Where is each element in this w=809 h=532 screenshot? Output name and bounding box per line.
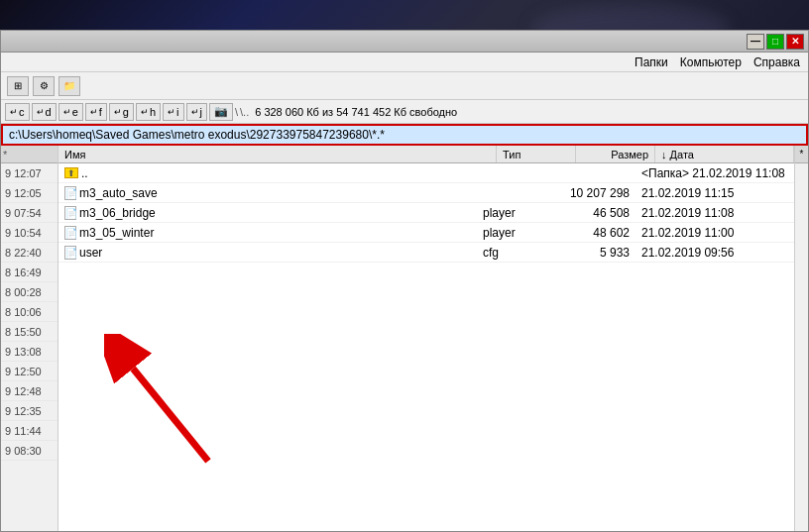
file-type-cell: cfg [477,246,556,260]
minimize-button[interactable]: — [747,34,764,50]
maximize-button[interactable]: □ [766,34,784,50]
menu-computer[interactable]: Компьютер [680,55,742,69]
timestamp-row: 9 12:05 [1,183,58,203]
timestamp-row: 9 12:48 [1,381,58,401]
file-size-cell: 46 508 [556,206,636,220]
file-date-cell: 21.02.2019 11:15 [636,186,794,200]
col-header-size[interactable]: Размер [576,146,655,162]
file-name-cell: 📄m3_auto_save [58,186,477,200]
file-type-cell: player [477,226,556,240]
timestamp-row: 9 11:44 [1,421,58,441]
drive-j[interactable]: ↵j [186,103,207,121]
file-icon: 📄 [64,206,76,220]
file-name-cell: 📄m3_06_bridge [58,206,477,220]
file-size-cell: 5 933 [556,246,636,260]
grid-icon: ⊞ [14,80,22,91]
drive-d[interactable]: ↵d [32,103,57,121]
right-star-panel: * [794,146,808,531]
toolbar-btn-3[interactable]: 📁 [58,76,80,96]
col-header-type[interactable]: Тип [497,146,576,162]
table-row[interactable]: ⬆..<Папка> 21.02.2019 11:08 [58,163,794,183]
parent-folder-icon: ⬆ [64,167,78,178]
drive-h[interactable]: ↵h [136,103,161,121]
drive-c[interactable]: ↵c [5,103,30,121]
main-window: — □ ✕ Папки Компьютер Справка ⊞ ⚙ 📁 ↵c ↵… [0,30,809,532]
file-date-cell: 21.02.2019 11:08 [636,206,794,220]
timestamp-row: 8 16:49 [1,263,58,282]
timestamp-row: 9 12:50 [1,362,58,381]
file-name-cell: ⬆.. [58,166,477,180]
menu-bar: Папки Компьютер Справка [1,53,808,72]
file-icon: 📄 [64,186,76,200]
table-row[interactable]: 📄m3_auto_save10 207 29821.02.2019 11:15 [58,183,794,203]
timestamp-row: 8 10:06 [1,302,58,322]
timestamp-row: 9 10:54 [1,223,58,243]
timestamp-row: 9 12:07 [1,163,58,183]
left-panel-header: * [1,146,58,163]
file-date-cell: <Папка> 21.02.2019 11:08 [636,166,794,180]
table-row[interactable]: 📄usercfg5 93321.02.2019 09:56 [58,243,794,263]
timestamp-row: 8 15:50 [1,322,58,342]
file-size-cell: 10 207 298 [556,186,636,200]
file-name-cell: 📄m3_05_winter [58,226,477,240]
table-row[interactable]: 📄m3_06_bridgeplayer46 50821.02.2019 11:0… [58,203,794,223]
close-button[interactable]: ✕ [786,34,804,50]
col-header-name[interactable]: Имя [58,146,497,162]
toolbar-btn-1[interactable]: ⊞ [7,76,29,96]
file-icon: 📄 [64,226,76,240]
timestamp-row: 9 08:30 [1,441,58,461]
path-bar[interactable]: c:\Users\homeq\Saved Games\metro exodus\… [1,124,808,146]
separator-2: \.. [240,106,249,118]
file-icon: 📄 [64,246,76,260]
main-area: * 9 12:079 12:059 07:549 10:548 22:408 1… [1,146,808,531]
menu-folders[interactable]: Папки [635,55,668,69]
table-row[interactable]: 📄m3_05_winterplayer48 60221.02.2019 11:0… [58,223,794,243]
toolbar: ⊞ ⚙ 📁 [1,72,808,100]
file-list: ⬆..<Папка> 21.02.2019 11:08📄m3_auto_save… [58,163,794,531]
right-star-label: * [800,149,804,160]
file-date-cell: 21.02.2019 09:56 [636,246,794,260]
drive-g[interactable]: ↵g [109,103,134,121]
col-header-date[interactable]: ↓ Дата [655,146,794,162]
left-panel: * 9 12:079 12:059 07:549 10:548 22:408 1… [1,146,58,531]
file-date-cell: 21.02.2019 11:00 [636,226,794,240]
file-type-cell: player [477,206,556,220]
drive-i[interactable]: ↵i [163,103,183,121]
free-space-info: 6 328 060 Кб из 54 741 452 Кб свободно [255,106,457,118]
file-panel: Имя Тип Размер ↓ Дата ⬆..<Папка> 21.02.2… [58,146,794,531]
menu-help[interactable]: Справка [753,55,800,69]
timestamp-row: 9 12:35 [1,401,58,421]
timestamp-row: 9 13:08 [1,342,58,362]
drive-photo[interactable]: 📷 [209,103,233,121]
timestamp-row: 8 00:28 [1,282,58,302]
timestamp-row: 9 07:54 [1,203,58,223]
toolbar-btn-2[interactable]: ⚙ [33,76,55,96]
drive-e[interactable]: ↵e [58,103,83,121]
current-path: c:\Users\homeq\Saved Games\metro exodus\… [9,128,385,142]
file-size-cell: 48 602 [556,226,636,240]
gear-icon: ⚙ [40,80,49,91]
right-star-header: * [795,146,808,163]
address-bar: ↵c ↵d ↵e ↵f ↵g ↵h ↵i ↵j 📷 \ \.. 6 328 06… [1,100,808,124]
drive-f[interactable]: ↵f [85,103,107,121]
folder-icon: 📁 [63,80,75,91]
window-controls: — □ ✕ [747,34,804,50]
left-star-label: * [3,149,7,160]
separator-1: \ [235,106,238,118]
timestamp-row: 8 22:40 [1,243,58,263]
column-headers: Имя Тип Размер ↓ Дата [58,146,794,163]
title-bar: — □ ✕ [1,31,808,53]
file-name-cell: 📄user [58,246,477,260]
